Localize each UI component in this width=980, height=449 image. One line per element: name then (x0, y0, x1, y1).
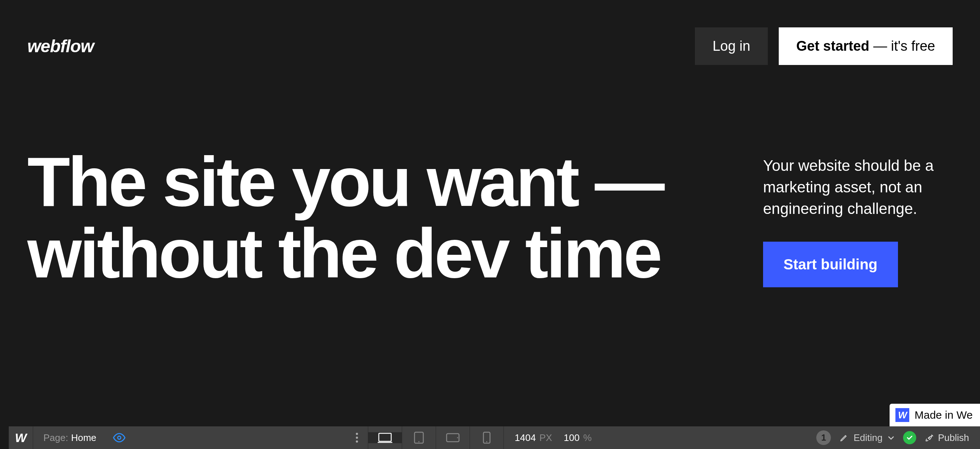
landscape-mobile-breakpoint-button[interactable] (436, 433, 469, 443)
chevron-down-icon (888, 436, 894, 440)
top-header: webflow Log in Get started — it's free (0, 0, 980, 65)
desktop-breakpoint-button[interactable] (368, 432, 402, 443)
canvas-width-value: 1404 (515, 432, 536, 444)
svg-point-11 (486, 441, 487, 443)
svg-point-7 (418, 441, 419, 443)
mobile-breakpoint-button[interactable] (470, 431, 503, 444)
status-check-icon[interactable] (903, 431, 916, 444)
svg-point-3 (356, 441, 358, 443)
get-started-bold: Get started (796, 38, 870, 54)
tablet-breakpoint-button[interactable] (402, 431, 436, 444)
more-menu-button[interactable] (346, 433, 368, 443)
webflow-logo[interactable]: webflow (27, 36, 94, 56)
rocket-icon (925, 433, 934, 442)
svg-point-9 (457, 437, 458, 438)
header-actions: Log in Get started — it's free (695, 27, 953, 65)
zoom-value: 100 (564, 432, 579, 444)
canvas-dimensions[interactable]: 1404 PX 100 % (504, 432, 603, 444)
designer-bottom-bar: W Page: Home (9, 427, 980, 449)
svg-point-2 (356, 436, 358, 439)
hero-subtitle: Your website should be a marketing asset… (763, 155, 953, 219)
editing-label: Editing (853, 432, 883, 444)
page-value: Home (71, 432, 96, 444)
start-building-button[interactable]: Start building (763, 242, 898, 287)
get-started-button[interactable]: Get started — it's free (779, 27, 953, 65)
page-selector[interactable]: Page: Home (33, 432, 107, 444)
canvas-width-unit: PX (539, 432, 552, 444)
hero-right-column: Your website should be a marketing asset… (763, 148, 953, 287)
hero-title: The site you want — without the dev time (27, 146, 684, 289)
webflow-w-icon: W (896, 408, 909, 422)
pencil-icon (840, 433, 848, 442)
login-button[interactable]: Log in (695, 27, 768, 65)
publish-button[interactable]: Publish (925, 432, 969, 444)
made-in-label: Made in We (915, 409, 973, 421)
bottom-bar-right: 1 Editing Publish (816, 430, 980, 445)
editing-mode-button[interactable]: Editing (840, 432, 894, 444)
preview-button[interactable] (107, 431, 132, 444)
notification-badge[interactable]: 1 (816, 430, 831, 445)
publish-label: Publish (938, 432, 969, 444)
svg-point-0 (118, 436, 121, 439)
get-started-light: — it's free (870, 38, 935, 54)
webflow-icon[interactable]: W (9, 431, 33, 445)
svg-rect-4 (379, 433, 391, 441)
page-label: Page: (43, 432, 68, 444)
svg-point-1 (356, 433, 358, 435)
made-in-webflow-badge[interactable]: W Made in We (889, 404, 980, 427)
zoom-unit: % (583, 432, 592, 444)
hero-section: The site you want — without the dev time… (27, 146, 953, 289)
